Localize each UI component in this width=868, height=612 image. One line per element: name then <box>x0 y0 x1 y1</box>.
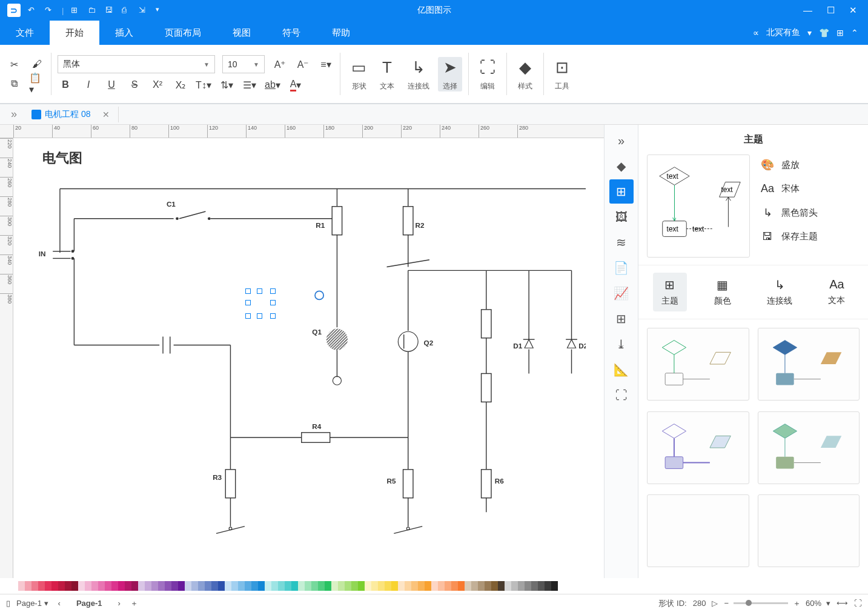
layers-icon[interactable]: ≋ <box>609 230 634 254</box>
color-swatch[interactable] <box>178 581 185 591</box>
color-swatch[interactable] <box>25 581 31 591</box>
color-swatch[interactable] <box>151 581 158 591</box>
menu-insert[interactable]: 插入 <box>99 21 149 45</box>
color-swatch[interactable] <box>111 581 118 591</box>
chart-icon[interactable]: 📈 <box>609 281 634 305</box>
line-height-icon[interactable]: ⇅▾ <box>219 77 234 93</box>
color-swatch[interactable] <box>305 581 311 591</box>
prev-page-icon[interactable]: ‹ <box>58 599 61 608</box>
color-swatch[interactable] <box>531 581 538 591</box>
theme-icon[interactable]: ⊞ <box>609 179 634 204</box>
collapse-panel-icon[interactable]: » <box>609 128 634 153</box>
color-swatch[interactable] <box>365 581 371 591</box>
theme-arrow-option[interactable]: ↳黑色箭头 <box>761 206 860 219</box>
color-swatch[interactable] <box>225 581 231 591</box>
font-size-combo[interactable]: 10▼ <box>222 55 265 73</box>
more-icon[interactable]: ▾ <box>156 5 165 15</box>
paste-icon[interactable]: 📋▾ <box>29 76 45 91</box>
color-swatch[interactable] <box>278 581 285 591</box>
panel-tab-text[interactable]: Aa文本 <box>820 273 853 311</box>
expand-tabs-icon[interactable]: » <box>5 108 23 121</box>
color-swatch[interactable] <box>285 581 291 591</box>
color-swatch[interactable] <box>58 581 65 591</box>
grid-icon[interactable]: ⊞ <box>837 28 844 38</box>
color-swatch[interactable] <box>551 581 558 591</box>
color-swatch[interactable] <box>231 581 238 591</box>
theme-card[interactable] <box>758 494 860 567</box>
canvas[interactable]: 电气图 IN C1 R3 <box>13 138 604 578</box>
color-swatch[interactable] <box>171 581 178 591</box>
theme-card[interactable] <box>647 411 749 484</box>
page-list-icon[interactable]: ▯ <box>6 599 10 608</box>
color-swatch[interactable] <box>205 581 211 591</box>
theme-save-option[interactable]: 🖫保存主题 <box>761 230 860 243</box>
color-swatch[interactable] <box>211 581 218 591</box>
color-swatch[interactable] <box>65 581 71 591</box>
table-icon[interactable]: ⊞ <box>609 307 634 331</box>
panel-tab-theme[interactable]: ⊞主题 <box>653 273 687 311</box>
color-swatch[interactable] <box>538 581 545 591</box>
connector-tool[interactable]: ↳连接线 <box>403 57 434 91</box>
select-tool[interactable]: ➤选择 <box>438 57 462 91</box>
theme-color-option[interactable]: 🎨盛放 <box>761 158 860 171</box>
zoom-out-icon[interactable]: − <box>724 599 729 608</box>
close-tab-icon[interactable]: ✕ <box>102 110 110 119</box>
color-swatch[interactable] <box>311 581 318 591</box>
text-direction-icon[interactable]: T↕▾ <box>196 77 211 93</box>
color-swatch[interactable] <box>398 581 405 591</box>
color-swatch[interactable] <box>478 581 485 591</box>
edit-tool[interactable]: ⛶编辑 <box>475 57 500 91</box>
color-swatch[interactable] <box>385 581 391 591</box>
format-painter-icon[interactable]: 🖌 <box>29 56 45 72</box>
next-page-icon[interactable]: › <box>118 599 121 608</box>
font-color-icon[interactable]: A▾ <box>288 77 303 93</box>
color-swatch[interactable] <box>191 581 198 591</box>
color-swatch[interactable] <box>358 581 365 591</box>
theme-card[interactable] <box>758 411 860 484</box>
color-swatch[interactable] <box>498 581 505 591</box>
fit-page-icon[interactable]: ⛶ <box>854 599 862 608</box>
color-swatch[interactable] <box>491 581 498 591</box>
menu-page-layout[interactable]: 页面布局 <box>149 21 217 45</box>
save-icon[interactable]: 🖫 <box>105 5 114 15</box>
zoom-in-icon[interactable]: ＋ <box>793 598 801 609</box>
italic-icon[interactable]: I <box>81 77 96 93</box>
color-swatch[interactable] <box>158 581 165 591</box>
selection-handles[interactable] <box>248 291 273 316</box>
color-swatch[interactable] <box>518 581 525 591</box>
color-swatch[interactable] <box>218 581 225 591</box>
panel-tab-connector[interactable]: ↳连接线 <box>758 273 801 311</box>
image-icon[interactable]: 🖼 <box>609 205 634 229</box>
color-swatch[interactable] <box>91 581 98 591</box>
menu-file[interactable]: 文件 <box>0 21 50 45</box>
theme-card[interactable] <box>758 328 860 401</box>
color-swatch[interactable] <box>138 581 145 591</box>
color-swatch[interactable] <box>318 581 325 591</box>
open-icon[interactable]: 🗀 <box>88 5 98 15</box>
color-swatch[interactable] <box>545 581 551 591</box>
expand-icon[interactable]: ⛶ <box>609 383 634 407</box>
color-swatch[interactable] <box>51 581 58 591</box>
color-swatch[interactable] <box>18 581 25 591</box>
theme-font-option[interactable]: Aa宋体 <box>761 182 860 195</box>
color-swatch[interactable] <box>251 581 258 591</box>
fill-icon[interactable]: ◆ <box>609 154 634 178</box>
decrease-font-icon[interactable]: A⁻ <box>295 56 311 72</box>
color-swatch[interactable] <box>265 581 271 591</box>
add-page-icon[interactable]: ＋ <box>130 598 138 609</box>
color-swatch[interactable] <box>371 581 378 591</box>
undo-icon[interactable]: ↶ <box>28 5 38 15</box>
minimize-button[interactable]: ― <box>803 5 812 16</box>
color-swatch[interactable] <box>525 581 531 591</box>
list-icon[interactable]: ☰▾ <box>242 77 257 93</box>
color-swatch[interactable] <box>38 581 45 591</box>
color-swatch[interactable] <box>331 581 338 591</box>
underline-icon[interactable]: U <box>104 77 119 93</box>
theme-card[interactable] <box>647 494 749 567</box>
color-swatch[interactable] <box>85 581 91 591</box>
color-swatch[interactable] <box>345 581 351 591</box>
color-swatch[interactable] <box>338 581 345 591</box>
color-swatch[interactable] <box>165 581 171 591</box>
font-name-combo[interactable]: 黑体▼ <box>58 55 215 73</box>
increase-font-icon[interactable]: A⁺ <box>272 56 288 72</box>
